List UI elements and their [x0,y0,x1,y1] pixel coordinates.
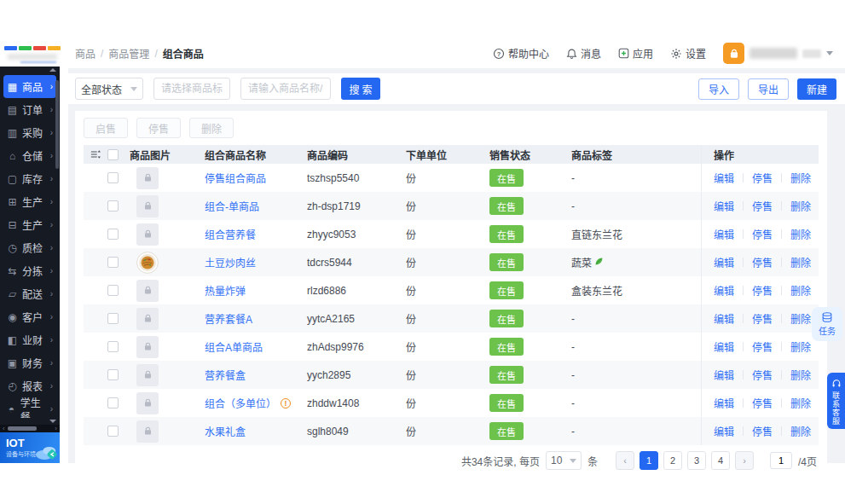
product-name-link[interactable]: 组合-单商品 [205,199,259,213]
row-checkbox[interactable] [107,397,119,408]
edit-link[interactable]: 编辑 [714,171,734,185]
product-name-link[interactable]: 营养套餐A [205,311,252,326]
product-photo[interactable] [136,252,159,274]
select-all-checkbox[interactable] [107,149,119,160]
delete-link[interactable]: 删除 [790,311,811,326]
product-name-link[interactable]: 水果礼盒 [205,424,246,438]
sidebar-item-13[interactable]: ▣财务› [3,351,56,374]
sidebar-item-3[interactable]: ▥采购› [3,121,56,144]
stop-sale-link[interactable]: 停售 [752,396,773,410]
sidebar-item-6[interactable]: ⊞生产› [3,190,56,213]
sidebar-item-12[interactable]: ◧业财› [3,328,56,351]
product-name-link[interactable]: 组合营养餐 [205,227,256,241]
prev-page-button[interactable]: ‹ [616,451,634,470]
row-checkbox[interactable] [107,285,119,296]
stop-sale-link[interactable]: 停售 [752,227,773,241]
row-checkbox[interactable] [107,313,119,324]
stop-sale-link[interactable]: 停售 [752,339,773,354]
delete-link[interactable]: 删除 [790,199,811,213]
sidebar-h-scrollbar[interactable]: ‹› [0,425,60,432]
delete-link[interactable]: 删除 [790,283,811,298]
edit-link[interactable]: 编辑 [714,311,734,326]
row-checkbox[interactable] [107,369,119,380]
page-button-3[interactable]: 3 [687,451,706,470]
search-button[interactable]: 搜索 [341,78,380,100]
stop-sale-link[interactable]: 停售 [752,311,773,326]
page-jump-input[interactable] [770,452,792,469]
help-center-button[interactable]: ? 帮助中心 [493,46,549,61]
tag-filter-input[interactable] [153,78,230,100]
page-button-2[interactable]: 2 [663,451,682,470]
edit-link[interactable]: 编辑 [714,339,734,354]
edit-link[interactable]: 编辑 [714,283,734,298]
column-settings-button[interactable] [84,149,107,159]
product-name-link[interactable]: 土豆炒肉丝 [205,255,256,269]
sidebar-scroll-up[interactable] [0,67,60,73]
stop-sale-link[interactable]: 停售 [752,199,773,213]
create-button[interactable]: 新建 [797,78,836,100]
sidebar-item-9[interactable]: ⇆分拣› [3,259,56,282]
info-icon[interactable]: ! [281,398,291,408]
delete-link[interactable]: 删除 [790,227,811,241]
sidebar-v-scroll-thumb[interactable] [55,80,59,169]
delete-link[interactable]: 删除 [790,339,811,354]
sidebar-item-15[interactable]: ◓学生餐› [3,397,56,418]
next-page-button[interactable]: › [735,451,754,470]
row-checkbox[interactable] [107,172,119,183]
edit-link[interactable]: 编辑 [714,227,734,241]
h-scroll-thumb[interactable] [8,426,37,431]
user-menu[interactable] [723,43,833,64]
stop-sale-link[interactable]: 停售 [752,255,773,269]
bulk-delete-button[interactable]: 删除 [189,118,234,138]
delete-link[interactable]: 删除 [790,255,811,269]
sidebar-item-11[interactable]: ◉客户› [3,305,56,328]
page-button-4[interactable]: 4 [711,451,730,470]
tasks-float-button[interactable]: 任务 [812,307,842,341]
sidebar-item-5[interactable]: ▢库存› [3,167,56,190]
edit-link[interactable]: 编辑 [714,424,734,438]
stop-sale-link[interactable]: 停售 [752,171,773,185]
edit-link[interactable]: 编辑 [714,255,734,269]
product-name-link[interactable]: 热量炸弹 [205,283,246,298]
bulk-stop-sale-button[interactable]: 停售 [136,118,181,138]
product-name-link[interactable]: 组合A单商品 [205,339,263,354]
breadcrumb-item[interactable]: 商品 [75,46,95,61]
sidebar-item-10[interactable]: ▱配送› [3,282,56,305]
edit-link[interactable]: 编辑 [714,368,734,382]
sidebar-scroll-down[interactable] [0,418,60,425]
sidebar-item-8[interactable]: ◷质检› [3,236,56,259]
apps-button[interactable]: 应用 [618,46,653,61]
row-checkbox[interactable] [107,257,119,268]
sidebar-item-2[interactable]: ▤订单› [3,98,56,121]
name-code-search-input[interactable] [240,78,331,100]
messages-button[interactable]: 消息 [566,46,601,61]
row-checkbox[interactable] [107,229,119,240]
row-checkbox[interactable] [107,200,119,211]
stop-sale-link[interactable]: 停售 [752,283,773,298]
contact-support-button[interactable]: 联系客服 [827,373,845,429]
product-name-link[interactable]: 组合（多单位） [205,396,276,410]
export-button[interactable]: 导出 [748,78,789,100]
sidebar-item-1[interactable]: ▦商品› [3,75,56,98]
settings-button[interactable]: 设置 [670,46,706,61]
page-size-select[interactable]: 10 [546,451,582,470]
delete-link[interactable]: 删除 [790,171,811,185]
delete-link[interactable]: 删除 [790,368,811,382]
iot-banner[interactable]: IOT 设备与环境 [0,432,60,463]
delete-link[interactable]: 删除 [790,396,811,410]
status-select[interactable]: 全部状态 [75,78,143,100]
sidebar-item-7[interactable]: ⊟生产› [3,213,56,236]
import-button[interactable]: 导入 [698,78,739,100]
delete-link[interactable]: 删除 [790,424,811,438]
product-name-link[interactable]: 营养餐盒 [205,368,246,382]
stop-sale-link[interactable]: 停售 [752,424,773,438]
row-checkbox[interactable] [107,426,119,437]
breadcrumb-item[interactable]: 商品管理 [108,46,149,61]
page-button-1[interactable]: 1 [640,451,658,470]
row-checkbox[interactable] [107,341,119,352]
product-name-link[interactable]: 停售组合商品 [205,171,266,185]
edit-link[interactable]: 编辑 [714,396,734,410]
bulk-enable-sale-button[interactable]: 启售 [84,118,128,138]
sidebar-item-4[interactable]: ⌂仓储› [3,144,56,167]
stop-sale-link[interactable]: 停售 [752,368,773,382]
